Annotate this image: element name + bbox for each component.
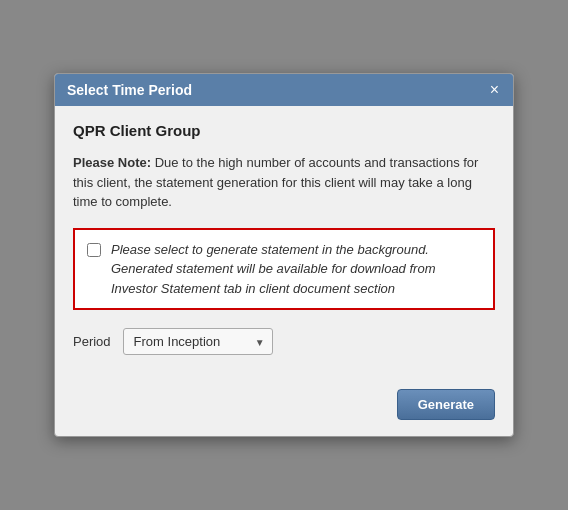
dialog-body: QPR Client Group Please Note: Due to the…: [55, 106, 513, 389]
close-button[interactable]: ×: [488, 82, 501, 98]
period-select-wrapper: From Inception Last Month Last Quarter L…: [123, 328, 273, 355]
period-row: Period From Inception Last Month Last Qu…: [73, 328, 495, 355]
notice-bold: Please Note:: [73, 155, 151, 170]
select-time-period-dialog: Select Time Period × QPR Client Group Pl…: [54, 73, 514, 437]
dialog-footer: Generate: [55, 389, 513, 436]
dialog-header: Select Time Period ×: [55, 74, 513, 106]
generate-button[interactable]: Generate: [397, 389, 495, 420]
notice-text: Please Note: Due to the high number of a…: [73, 153, 495, 212]
background-checkbox[interactable]: [87, 243, 101, 257]
period-label: Period: [73, 334, 111, 349]
period-select[interactable]: From Inception Last Month Last Quarter L…: [123, 328, 273, 355]
client-name: QPR Client Group: [73, 122, 495, 139]
background-notice-box: Please select to generate statement in t…: [73, 228, 495, 311]
background-notice-text: Please select to generate statement in t…: [111, 240, 481, 299]
dialog-title: Select Time Period: [67, 82, 192, 98]
